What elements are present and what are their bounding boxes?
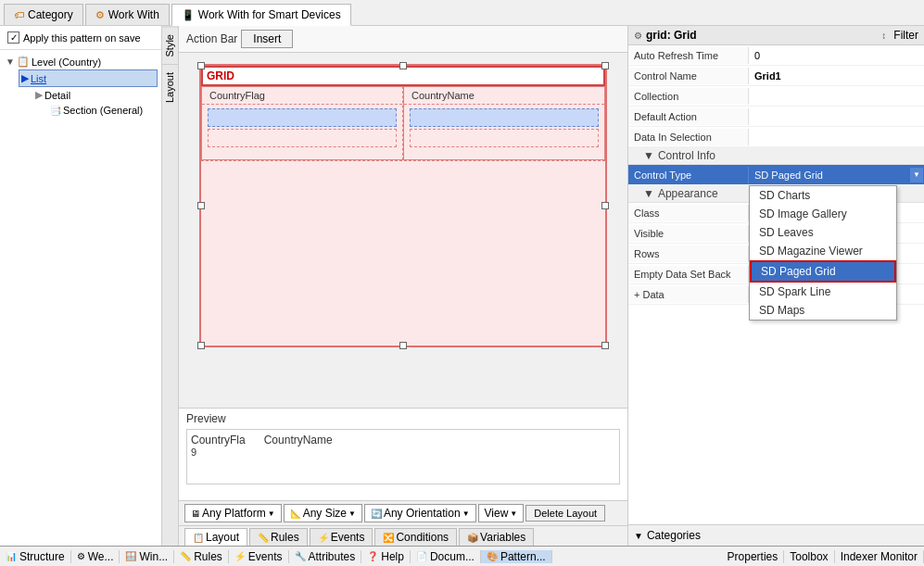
action-bar-label: Action Bar	[186, 32, 237, 45]
tree-panel: ▼ 📋 Level (Country) ▶ List ▶ Detail	[0, 50, 161, 546]
side-tab-layout[interactable]: Layout	[162, 64, 178, 110]
size-arrow-icon: ▼	[348, 509, 356, 518]
status-structure[interactable]: 📊 Structure	[0, 550, 71, 563]
prop-control-type-value[interactable]: SD Paged Grid	[749, 167, 909, 183]
tab-rules-label: Rules	[271, 531, 299, 544]
status-toolbox[interactable]: Toolbox	[784, 550, 834, 563]
resize-handle-tl[interactable]	[197, 62, 205, 69]
side-tab-style[interactable]: Style	[162, 26, 178, 64]
tab-rules[interactable]: 📏 Rules	[249, 528, 308, 546]
collapse-icon-2: ▼	[643, 187, 654, 200]
prop-control-type-label: Control Type	[628, 167, 749, 183]
status-we-label: We...	[88, 550, 114, 563]
status-docum[interactable]: 📄 Docum...	[411, 550, 481, 563]
prop-control-name-value[interactable]: Grid1	[749, 68, 924, 84]
prop-control-name: Control Name Grid1	[628, 66, 924, 86]
dropdown-item-sd-maps[interactable]: SD Maps	[750, 301, 896, 320]
tree-item-list[interactable]: ▶ List	[19, 69, 158, 87]
apply-pattern-checkbox[interactable]	[7, 31, 19, 44]
prop-collection: Collection	[628, 86, 924, 107]
grid-selected-row-2	[410, 108, 599, 127]
resize-handle-bl[interactable]	[197, 342, 205, 349]
prop-auto-refresh-value[interactable]: 0	[749, 47, 924, 64]
preview-col1: CountryFla	[191, 434, 246, 447]
prop-data-in-selection-value[interactable]	[749, 134, 924, 140]
status-win[interactable]: 🪟 Win...	[120, 550, 174, 563]
view-label: View	[485, 507, 509, 520]
dropdown-item-sd-image-gallery[interactable]: SD Image Gallery	[750, 205, 896, 223]
right-bottom-bar: ▼ Categories	[628, 524, 924, 546]
resize-handle-tr[interactable]	[601, 62, 609, 69]
tab-layout[interactable]: 📋 Layout	[184, 528, 247, 546]
grid-footer-row-1	[208, 129, 397, 147]
resize-handle-left[interactable]	[197, 202, 205, 209]
status-events[interactable]: ⚡ Events	[229, 550, 289, 563]
size-icon: 📐	[290, 509, 301, 519]
status-attributes[interactable]: 🔧 Attributes	[289, 550, 362, 563]
tree-item-section[interactable]: 📑 Section (General)	[48, 103, 158, 118]
control-type-dropdown-btn[interactable]: ▼	[909, 167, 924, 183]
grid-col2-header: CountryName	[404, 87, 604, 105]
platform-dropdown[interactable]: 🖥 Any Platform ▼	[184, 504, 282, 522]
orientation-label: Any Orientation	[384, 507, 461, 520]
categories-label: Categories	[647, 529, 701, 542]
tab-events[interactable]: ⚡ Events	[310, 528, 373, 546]
status-pattern[interactable]: 🎨 Pattern...	[481, 550, 552, 563]
grid-col1-header: CountryFlag	[202, 87, 402, 105]
status-indexer-monitor[interactable]: Indexer Monitor	[835, 550, 924, 563]
prop-control-type-value-area: SD Paged Grid ▼	[749, 167, 924, 183]
tab-conditions[interactable]: 🔀 Conditions	[374, 528, 457, 546]
tab-layout-label: Layout	[206, 531, 239, 544]
status-docum-label: Docum...	[430, 550, 475, 563]
tree-item-detail[interactable]: ▶ Detail	[33, 87, 158, 103]
status-rules[interactable]: 📏 Rules	[174, 550, 229, 563]
orientation-dropdown[interactable]: 🔄 Any Orientation ▼	[364, 504, 476, 522]
dropdown-item-sd-spark-line[interactable]: SD Spark Line	[750, 283, 896, 301]
tree-item-level-country[interactable]: ▼ 📋 Level (Country)	[4, 54, 158, 69]
view-dropdown[interactable]: View ▼	[478, 504, 525, 522]
apply-pattern-label: Apply this pattern on save	[23, 32, 141, 44]
status-structure-label: Structure	[19, 550, 65, 563]
right-panel-title: grid: Grid	[646, 29, 697, 42]
grid-col-2[interactable]: CountryName	[403, 86, 605, 160]
status-we[interactable]: ⚙ We...	[71, 550, 120, 563]
delete-layout-button[interactable]: Delete Layout	[525, 505, 605, 522]
prop-control-name-label: Control Name	[628, 68, 749, 84]
prop-collection-value[interactable]	[749, 94, 924, 99]
tab-variables[interactable]: 📦 Variables	[459, 528, 534, 546]
status-help[interactable]: ❓ Help	[361, 550, 411, 563]
center-panel: Action Bar Insert	[179, 26, 627, 546]
dropdown-item-sd-magazine-viewer[interactable]: SD Magazine Viewer	[750, 242, 896, 260]
canvas-area[interactable]: GRID CountryFlag	[179, 53, 627, 408]
resize-handle-right[interactable]	[601, 202, 609, 209]
insert-button[interactable]: Insert	[241, 30, 293, 48]
tree-list-label: List	[31, 73, 46, 84]
status-properties[interactable]: Properties	[722, 550, 785, 563]
tree-expand-icon: ▼	[6, 57, 15, 67]
dropdown-item-sd-charts[interactable]: SD Charts	[750, 186, 896, 205]
tab-work-with[interactable]: ⚙ Work With	[85, 4, 170, 25]
resize-handle-br[interactable]	[601, 342, 609, 349]
status-toolbox-label: Toolbox	[790, 550, 828, 563]
tree-level-label: Level (Country)	[32, 57, 101, 68]
dropdown-item-sd-leaves[interactable]: SD Leaves	[750, 223, 896, 242]
prop-control-type: Control Type SD Paged Grid ▼	[628, 165, 924, 185]
resize-handle-top[interactable]	[399, 62, 407, 69]
prop-default-action-value[interactable]	[749, 114, 924, 119]
tab-work-with-smart[interactable]: 📱 Work With for Smart Devices	[171, 4, 351, 26]
grid-empty-area	[201, 160, 605, 346]
resize-handle-bottom[interactable]	[399, 342, 407, 349]
tab-category[interactable]: 🏷 Category	[4, 4, 83, 25]
win-icon: 🪟	[125, 551, 136, 561]
grid-design-container: GRID CountryFlag	[190, 64, 616, 347]
status-bar-left: 📊 Structure ⚙ We... 🪟 Win... 📏 Rules ⚡ E…	[0, 550, 722, 563]
status-pattern-label: Pattern...	[500, 550, 546, 563]
grid-col-1[interactable]: CountryFlag	[201, 86, 403, 160]
status-win-label: Win...	[139, 550, 168, 563]
prop-rows-label: Rows	[628, 245, 749, 262]
status-bar-right: Properties Toolbox Indexer Monitor	[722, 550, 924, 563]
prop-data-label: + Data	[628, 286, 749, 303]
size-dropdown[interactable]: 📐 Any Size ▼	[284, 504, 362, 522]
dropdown-item-sd-paged-grid[interactable]: SD Paged Grid	[750, 260, 896, 283]
rules-icon: 📏	[258, 533, 269, 543]
